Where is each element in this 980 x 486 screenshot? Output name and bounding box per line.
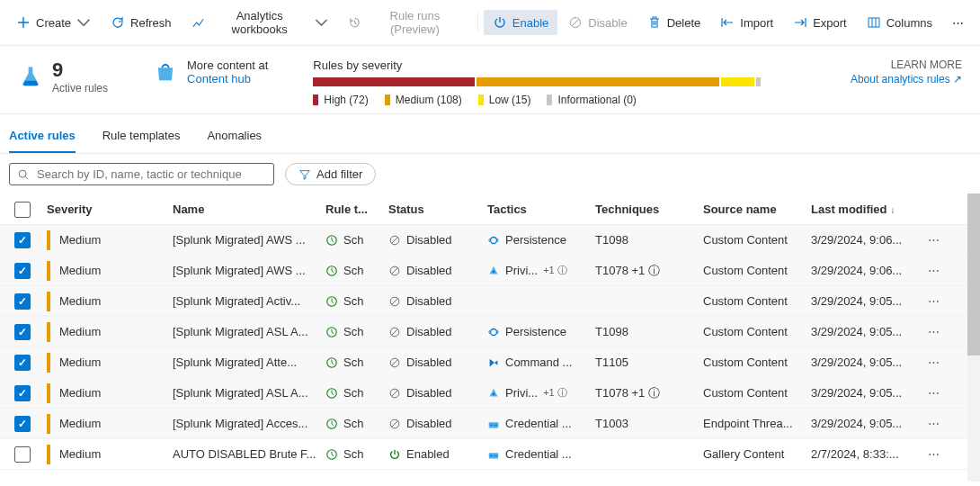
severity-legend: High (72)Medium (108)Low (15)Information… (313, 94, 806, 106)
export-button[interactable]: Export (784, 10, 856, 35)
scrollbar[interactable] (967, 194, 980, 482)
refresh-button[interactable]: Refresh (102, 10, 181, 35)
row-checkbox[interactable] (14, 446, 31, 463)
search-box[interactable] (9, 163, 274, 185)
modified-cell: 3/29/2024, 9:06... (811, 233, 919, 247)
table-row[interactable]: Medium [Splunk Migrated] ASL A... Sch Di… (0, 317, 980, 347)
severity-cell: Medium (47, 353, 173, 373)
table-row[interactable]: Medium [Splunk Migrated] ASL A... Sch Di… (0, 378, 980, 409)
status-cell: Enabled (388, 447, 487, 461)
source-cell: Custom Content (703, 325, 811, 338)
severity-cell: Medium (47, 292, 173, 311)
overflow-button[interactable]: ⋯ (943, 11, 973, 35)
name-cell[interactable]: [Splunk Migrated] ASL A... (173, 325, 325, 338)
col-severity[interactable]: Severity (47, 202, 173, 216)
tab-active-rules[interactable]: Active rules (9, 123, 76, 153)
scrollbar-thumb[interactable] (967, 194, 980, 356)
col-tactics[interactable]: Tactics (487, 202, 595, 216)
row-checkbox[interactable] (14, 385, 31, 401)
row-more-button[interactable]: ⋯ (919, 356, 955, 369)
rules-table: Severity Name Rule t... Status Tactics T… (0, 194, 980, 470)
severity-pill (47, 230, 50, 250)
ruletype-cell: Sch (325, 325, 388, 338)
row-checkbox[interactable] (14, 232, 31, 248)
status-cell: Disabled (388, 417, 487, 430)
enable-button[interactable]: Enable (484, 10, 557, 35)
row-checkbox[interactable] (14, 355, 31, 371)
export-icon (793, 15, 807, 30)
row-checkbox[interactable] (14, 263, 31, 279)
rule-runs-button[interactable]: Rule runs (Preview) (339, 4, 472, 41)
col-name[interactable]: Name (173, 202, 325, 216)
sort-down-icon: ↓ (891, 205, 895, 215)
select-all-checkbox[interactable] (14, 202, 31, 218)
row-more-button[interactable]: ⋯ (919, 325, 955, 338)
techniques-cell: T1105 (595, 356, 703, 369)
workbooks-button[interactable]: Analytics workbooks (183, 4, 337, 41)
row-checkbox[interactable] (14, 324, 31, 340)
import-button[interactable]: Import (711, 10, 782, 35)
tab-anomalies[interactable]: Anomalies (207, 123, 262, 153)
clock-icon (325, 448, 338, 461)
status-cell: Disabled (388, 233, 487, 247)
source-cell: Custom Content (703, 386, 811, 400)
row-more-button[interactable]: ⋯ (919, 447, 955, 461)
table-header: Severity Name Rule t... Status Tactics T… (0, 194, 980, 225)
col-modified[interactable]: Last modified↓ (811, 202, 919, 216)
row-more-button[interactable]: ⋯ (919, 417, 955, 430)
table-row[interactable]: Medium [Splunk Migrated] Activ... Sch Di… (0, 286, 980, 317)
status-cell: Disabled (388, 386, 487, 400)
row-more-button[interactable]: ⋯ (919, 386, 955, 400)
summary-bar: 9 Active rules More content at Content h… (0, 46, 980, 114)
row-more-button[interactable]: ⋯ (919, 233, 955, 247)
svg-rect-1 (869, 18, 879, 27)
col-status[interactable]: Status (388, 202, 487, 216)
table-row[interactable]: Medium [Splunk Migrated] AWS ... Sch Dis… (0, 225, 980, 256)
columns-button[interactable]: Columns (858, 10, 941, 35)
legend-item: High (72) (313, 94, 368, 106)
severity-pill (47, 292, 50, 311)
name-cell[interactable]: [Splunk Migrated] Activ... (173, 294, 325, 308)
ruletype-cell: Sch (325, 356, 388, 369)
active-rules-summary: 9 Active rules (18, 58, 108, 94)
svg-point-16 (493, 392, 495, 395)
delete-button[interactable]: Delete (638, 10, 710, 35)
name-cell[interactable]: AUTO DISABLED Brute F... (173, 447, 325, 461)
learn-more-link[interactable]: About analytics rules ↗ (851, 73, 962, 86)
table-row[interactable]: Medium [Splunk Migrated] Atte... Sch Dis… (0, 347, 980, 378)
search-input[interactable] (37, 167, 266, 181)
columns-icon (867, 15, 881, 30)
content-hub-link[interactable]: Content hub (187, 72, 268, 86)
name-cell[interactable]: [Splunk Migrated] ASL A... (173, 386, 325, 400)
chart-title: Rules by severity (313, 58, 806, 72)
name-cell[interactable]: [Splunk Migrated] Acces... (173, 417, 325, 430)
name-cell[interactable]: [Splunk Migrated] AWS ... (173, 233, 325, 247)
power-icon (493, 15, 507, 30)
svg-point-7 (493, 270, 495, 273)
modified-cell: 3/29/2024, 9:06... (811, 264, 919, 277)
row-more-button[interactable]: ⋯ (919, 294, 955, 308)
table-row[interactable]: Medium AUTO DISABLED Brute F... Sch Enab… (0, 439, 980, 470)
techniques-cell: T1003 (595, 417, 703, 430)
status-cell: Disabled (388, 294, 487, 308)
table-row[interactable]: Medium [Splunk Migrated] AWS ... Sch Dis… (0, 256, 980, 286)
col-source[interactable]: Source name (703, 202, 811, 216)
row-checkbox[interactable] (14, 293, 31, 310)
severity-cell: Medium (47, 383, 173, 403)
name-cell[interactable]: [Splunk Migrated] AWS ... (173, 264, 325, 277)
row-more-button[interactable]: ⋯ (919, 264, 955, 277)
ruletype-cell: Sch (325, 417, 388, 430)
add-filter-button[interactable]: Add filter (285, 163, 376, 185)
disable-button[interactable]: Disable (559, 10, 636, 35)
row-checkbox[interactable] (14, 416, 31, 432)
create-button[interactable]: Create (7, 10, 100, 35)
tactics-cell: Privi...+1 ⓘ (487, 386, 595, 400)
tab-rule-templates[interactable]: Rule templates (102, 123, 181, 153)
tabs: Active rulesRule templatesAnomalies (0, 114, 980, 154)
col-techniques[interactable]: Techniques (595, 202, 703, 216)
table-row[interactable]: Medium [Splunk Migrated] Acces... Sch Di… (0, 409, 980, 439)
name-cell[interactable]: [Splunk Migrated] Atte... (173, 356, 325, 369)
col-ruletype[interactable]: Rule t... (325, 202, 388, 216)
tactics-cell: Persistence (487, 325, 595, 338)
source-cell: Gallery Content (703, 447, 811, 461)
